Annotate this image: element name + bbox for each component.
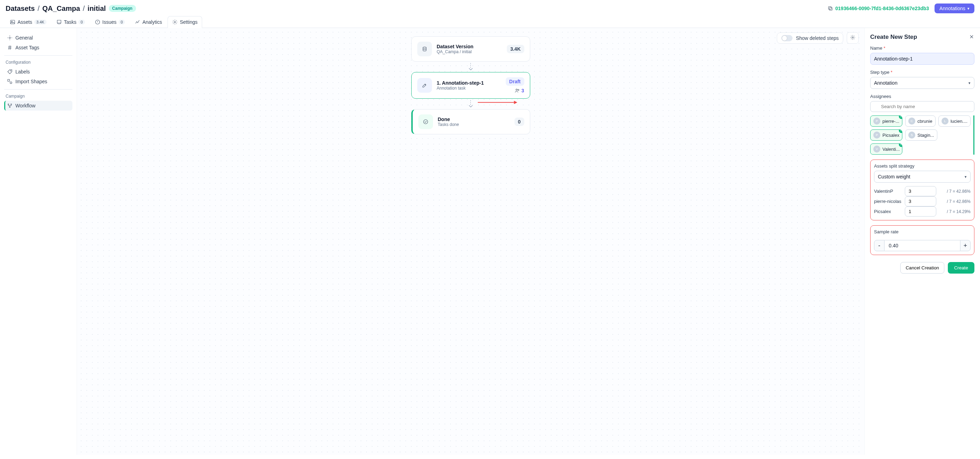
annotations-button[interactable]: Annotations ▾ — [934, 3, 974, 13]
create-step-panel: Create New Step Name * Step type * Annot… — [865, 28, 980, 455]
step-type-select[interactable]: Annotation ▾ — [870, 77, 974, 89]
sidenav-import-shapes[interactable]: Import Shapes — [4, 76, 72, 86]
weight-row: ValentinP/ 7 = 42.86% — [874, 186, 970, 196]
assignee-chip[interactable]: SStagin... — [905, 129, 937, 141]
tab-settings[interactable]: Settings — [167, 16, 202, 28]
svg-rect-8 — [8, 80, 10, 81]
assignee-chip[interactable]: Ccbrunie — [905, 115, 935, 127]
assignee-chip[interactable]: PPicsalex✓ — [870, 129, 902, 141]
sample-rate-value[interactable]: 0.40 — [885, 240, 960, 251]
weight-input[interactable] — [905, 186, 936, 196]
svg-rect-0 — [830, 7, 832, 10]
weight-input[interactable] — [905, 206, 936, 217]
assignee-search-input[interactable] — [870, 101, 974, 112]
tab-issues-label: Issues — [102, 19, 116, 25]
avatar: P — [873, 132, 880, 139]
section-configuration: Configuration — [6, 60, 71, 65]
sample-rate-decrement[interactable]: - — [874, 240, 885, 251]
assignees-label: Assignees — [870, 94, 974, 99]
svg-point-10 — [8, 104, 9, 105]
cancel-creation-button[interactable]: Cancel Creation — [900, 262, 944, 274]
check-circle-icon — [423, 119, 428, 124]
annotation-arrow — [478, 100, 518, 105]
svg-rect-2 — [11, 20, 15, 24]
breadcrumb-root[interactable]: Datasets — [6, 5, 35, 13]
settings-side-nav: General Asset Tags Configuration Labels … — [0, 28, 77, 455]
panel-title: Create New Step — [870, 33, 917, 41]
create-button[interactable]: Create — [948, 262, 974, 274]
breadcrumb: Datasets / QA_Campa / initial Campaign — [6, 5, 136, 13]
node-step-sub: Annotation task — [437, 86, 484, 91]
node-dataset-version[interactable]: Dataset Version QA_Campa / initial 3.4K — [411, 37, 530, 62]
tab-assets[interactable]: Assets 3.4K — [6, 16, 51, 28]
tab-assets-count: 3.4K — [34, 19, 46, 24]
tab-analytics[interactable]: Analytics — [130, 16, 166, 28]
shapes-icon — [7, 79, 13, 84]
canvas-settings-button[interactable] — [847, 32, 859, 44]
sample-rate-increment[interactable]: + — [960, 240, 970, 251]
chart-icon — [135, 19, 140, 25]
node-done[interactable]: Done Tasks done 0 — [411, 109, 530, 134]
check-icon: ✓ — [899, 115, 902, 119]
weight-fraction: / 7 = 14.29% — [939, 209, 970, 214]
avatar: V — [873, 145, 880, 153]
node-step-assignee-count: 3 — [522, 88, 524, 93]
tab-issues-count: 0 — [119, 19, 125, 24]
sidenav-general[interactable]: General — [4, 33, 72, 43]
assignee-chip[interactable]: Llucien.... — [939, 115, 970, 127]
close-panel-button[interactable] — [969, 34, 974, 41]
node-done-title: Done — [438, 116, 459, 122]
dataset-uuid[interactable]: 01936466-0090-7fd1-8436-0d6367e23db3 — [827, 6, 929, 11]
weight-input[interactable] — [905, 196, 936, 206]
chip-label: Picsalex — [883, 132, 899, 138]
weight-name: Picsalex — [874, 209, 902, 214]
tab-tasks-label: Tasks — [64, 19, 76, 25]
tab-tasks-count: 0 — [78, 19, 84, 24]
sample-rate-section: Sample rate - 0.40 + — [870, 225, 974, 255]
image-icon — [10, 19, 15, 25]
sidenav-import-shapes-label: Import Shapes — [15, 79, 47, 84]
tab-settings-label: Settings — [180, 19, 197, 25]
node-step-status: Draft — [506, 77, 524, 86]
chip-label: lucien.... — [951, 119, 967, 124]
show-deleted-steps-toggle[interactable]: Show deleted steps — [777, 32, 843, 44]
chevron-down-icon: ▾ — [969, 81, 970, 85]
gear-icon — [850, 35, 856, 40]
tab-tasks[interactable]: Tasks 0 — [52, 16, 89, 28]
inbox-icon — [56, 19, 62, 25]
svg-point-5 — [174, 21, 176, 23]
node-annotation-step[interactable]: 1. Annotation-step-1 Annotation task Dra… — [411, 72, 530, 99]
sidenav-workflow[interactable]: Workflow — [4, 101, 72, 110]
node-dataset-sub: QA_Campa / initial — [437, 49, 474, 54]
breadcrumb-dataset[interactable]: QA_Campa — [42, 5, 80, 13]
svg-point-6 — [9, 37, 11, 38]
sample-rate-label: Sample rate — [874, 229, 970, 234]
type-label: Step type — [870, 70, 889, 75]
svg-point-7 — [11, 70, 11, 71]
tabs-bar: Assets 3.4K Tasks 0 Issues 0 Analytics S… — [0, 13, 980, 28]
sidenav-labels[interactable]: Labels — [4, 67, 72, 76]
workflow-canvas[interactable]: Show deleted steps Dataset Version QA_Ca… — [77, 28, 865, 455]
step-name-input[interactable] — [870, 53, 974, 65]
tab-issues[interactable]: Issues 0 — [91, 16, 129, 28]
chip-label: Stagin... — [917, 132, 934, 138]
split-strategy-select[interactable]: Custom weight ▾ — [874, 171, 970, 183]
breadcrumb-version[interactable]: initial — [88, 5, 106, 13]
svg-point-12 — [10, 107, 11, 108]
assignee-chip[interactable]: VValenti...✓ — [870, 143, 902, 155]
node-step-title: 1. Annotation-step-1 — [437, 80, 484, 86]
weight-name: pierre-nicolas — [874, 199, 902, 204]
sidenav-asset-tags[interactable]: Asset Tags — [4, 43, 72, 53]
chip-label: pierre-... — [883, 119, 899, 124]
check-icon: ✓ — [899, 129, 902, 133]
hash-icon — [7, 45, 13, 50]
uuid-text: 01936466-0090-7fd1-8436-0d6367e23db3 — [835, 6, 929, 11]
toggle-switch[interactable] — [781, 35, 792, 41]
weight-row: Picsalex/ 7 = 14.29% — [874, 206, 970, 217]
node-done-sub: Tasks done — [438, 122, 459, 127]
assignee-chip[interactable]: Ppierre-...✓ — [870, 115, 902, 127]
tag-icon — [7, 69, 13, 75]
tab-assets-label: Assets — [18, 19, 32, 25]
weight-fraction: / 7 = 42.86% — [939, 189, 970, 194]
split-label: Assets split strategy — [874, 163, 970, 169]
